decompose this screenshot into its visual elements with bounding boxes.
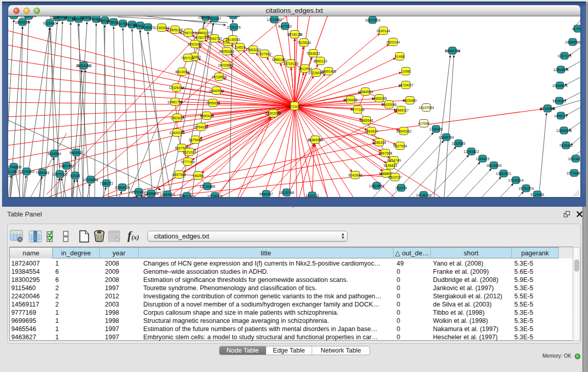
svg-text:16648764: 16648764 <box>444 49 460 53</box>
svg-text:19384554: 19384554 <box>358 90 373 94</box>
svg-text:10756928: 10756928 <box>207 194 223 198</box>
svg-text:18807249: 18807249 <box>179 194 194 198</box>
svg-text:16543362: 16543362 <box>396 129 411 133</box>
svg-text:16120746: 16120746 <box>279 191 294 194</box>
svg-text:12093822: 12093822 <box>464 150 479 154</box>
svg-text:20691406: 20691406 <box>321 70 336 73</box>
svg-text:9084067: 9084067 <box>259 192 273 196</box>
svg-text:9777169: 9777169 <box>351 108 365 112</box>
svg-text:9146821: 9146821 <box>384 164 398 167</box>
svg-text:13524851: 13524851 <box>369 184 384 188</box>
svg-text:23302075: 23302075 <box>265 112 281 115</box>
svg-text:16648764: 16648764 <box>439 136 454 139</box>
svg-text:10973493: 10973493 <box>19 170 34 173</box>
svg-text:5322037: 5322037 <box>388 176 402 179</box>
svg-text:1621022: 1621022 <box>183 150 197 154</box>
svg-text:8990448: 8990448 <box>200 114 214 118</box>
svg-text:8186328: 8186328 <box>373 141 386 144</box>
svg-text:114519: 114519 <box>234 46 246 49</box>
svg-text:10688609: 10688609 <box>143 192 159 195</box>
svg-text:9146821: 9146821 <box>141 26 155 29</box>
svg-text:12409948: 12409948 <box>556 129 572 133</box>
svg-text:19384554: 19384554 <box>21 16 36 18</box>
svg-text:5878352: 5878352 <box>553 99 567 103</box>
svg-text:417006: 417006 <box>418 122 430 125</box>
svg-text:6466160: 6466160 <box>272 58 286 61</box>
svg-text:7625402: 7625402 <box>559 144 573 147</box>
svg-text:18724007: 18724007 <box>286 104 304 109</box>
svg-text:252274: 252274 <box>396 186 407 190</box>
svg-text:23420046: 23420046 <box>169 131 185 135</box>
svg-text:13942737: 13942737 <box>207 37 222 40</box>
svg-text:9129966: 9129966 <box>531 193 545 196</box>
svg-text:9699695: 9699695 <box>344 98 358 102</box>
svg-text:2803144: 2803144 <box>386 40 400 44</box>
svg-text:9242848: 9242848 <box>227 16 241 17</box>
svg-text:14136141: 14136141 <box>416 193 431 197</box>
svg-text:18300295: 18300295 <box>372 97 387 100</box>
svg-text:17957253: 17957253 <box>181 31 196 35</box>
svg-text:3912954: 3912954 <box>298 67 312 71</box>
svg-text:19654985: 19654985 <box>565 40 580 44</box>
svg-text:1615132: 1615132 <box>306 194 319 198</box>
svg-text:11923446: 11923446 <box>187 42 203 46</box>
svg-text:12975115: 12975115 <box>52 172 68 176</box>
svg-text:39135061: 39135061 <box>225 38 241 41</box>
svg-text:16210643: 16210643 <box>486 164 502 167</box>
svg-text:13325419: 13325419 <box>169 86 184 90</box>
svg-text:417006: 417006 <box>572 27 580 31</box>
svg-text:6794028: 6794028 <box>194 125 208 129</box>
svg-text:7955812: 7955812 <box>206 101 220 105</box>
svg-text:10719155: 10719155 <box>283 62 298 65</box>
svg-text:9115460: 9115460 <box>403 99 417 102</box>
svg-text:62160: 62160 <box>71 174 80 178</box>
svg-text:16640910: 16640910 <box>209 89 224 93</box>
svg-text:9463627: 9463627 <box>70 151 83 155</box>
svg-text:9242848: 9242848 <box>349 173 362 177</box>
svg-text:1244419: 1244419 <box>476 157 490 161</box>
svg-text:19384554: 19384554 <box>307 138 323 142</box>
svg-text:5322037: 5322037 <box>208 17 222 20</box>
svg-text:2630144: 2630144 <box>377 29 390 33</box>
svg-text:15716485: 15716485 <box>199 185 215 188</box>
svg-text:22420046: 22420046 <box>381 103 397 106</box>
svg-text:15751074: 15751074 <box>518 187 534 190</box>
svg-text:16107553: 16107553 <box>365 18 380 22</box>
svg-text:10961758: 10961758 <box>167 100 183 104</box>
svg-text:10807487: 10807487 <box>59 164 74 168</box>
svg-text:7485063: 7485063 <box>36 171 50 174</box>
svg-text:91468: 91468 <box>395 55 405 58</box>
svg-text:19218506: 19218506 <box>211 75 227 79</box>
svg-text:7663822: 7663822 <box>307 52 320 55</box>
svg-text:12213382: 12213382 <box>267 18 282 21</box>
svg-text:10653267: 10653267 <box>246 48 261 52</box>
svg-text:1733426: 1733426 <box>429 127 443 131</box>
svg-text:2718176: 2718176 <box>227 26 241 29</box>
svg-text:10025438: 10025438 <box>83 178 98 182</box>
svg-text:8813054: 8813054 <box>176 70 189 74</box>
svg-text:8427552: 8427552 <box>278 25 292 28</box>
svg-text:18724007: 18724007 <box>398 83 413 87</box>
svg-text:13692921: 13692921 <box>496 172 511 176</box>
svg-text:16914479: 16914479 <box>568 157 580 161</box>
svg-text:746266: 746266 <box>192 174 204 178</box>
svg-text:26053346: 26053346 <box>76 64 92 68</box>
svg-text:16107553: 16107553 <box>419 106 434 110</box>
svg-text:2967608: 2967608 <box>379 151 393 155</box>
svg-text:7857224: 7857224 <box>181 56 195 60</box>
svg-text:12213967: 12213967 <box>8 170 19 173</box>
svg-text:9527504: 9527504 <box>394 144 407 148</box>
svg-text:19166825: 19166825 <box>552 84 568 87</box>
svg-text:8660123: 8660123 <box>314 59 328 63</box>
svg-text:19654923: 19654923 <box>160 193 175 196</box>
svg-text:9463627: 9463627 <box>365 129 379 133</box>
svg-text:3875685: 3875685 <box>189 138 203 142</box>
svg-text:18724007: 18724007 <box>8 16 21 17</box>
svg-text:14569117: 14569117 <box>394 108 409 112</box>
svg-text:1362615: 1362615 <box>170 116 184 120</box>
svg-text:16033809: 16033809 <box>218 63 233 67</box>
svg-text:1098: 1098 <box>402 70 409 73</box>
svg-text:20364436: 20364436 <box>115 186 130 189</box>
svg-text:7515526: 7515526 <box>297 41 311 45</box>
svg-text:1527602: 1527602 <box>258 52 272 56</box>
